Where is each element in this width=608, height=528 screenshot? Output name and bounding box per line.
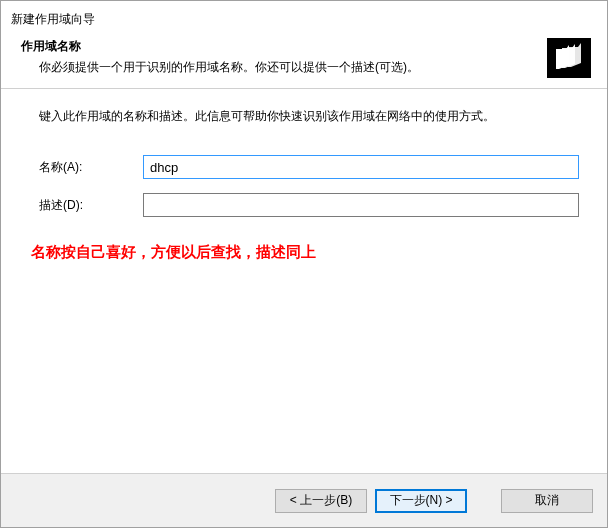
wizard-window: 新建作用域向导 作用域名称 你必须提供一个用于识别的作用域名称。你还可以提供一个… bbox=[0, 0, 608, 528]
header-title: 作用域名称 bbox=[21, 38, 537, 55]
annotation-text: 名称按自己喜好，方便以后查找，描述同上 bbox=[31, 243, 579, 262]
wizard-footer: < 上一步(B) 下一步(N) > 取消 bbox=[1, 473, 607, 527]
back-button[interactable]: < 上一步(B) bbox=[275, 489, 367, 513]
wizard-content: 键入此作用域的名称和描述。此信息可帮助你快速识别该作用域在网络中的使用方式。 名… bbox=[1, 90, 607, 473]
window-title: 新建作用域向导 bbox=[11, 11, 597, 28]
header-subtitle: 你必须提供一个用于识别的作用域名称。你还可以提供一个描述(可选)。 bbox=[39, 59, 537, 76]
description-row: 描述(D): bbox=[39, 193, 579, 217]
wizard-header: 作用域名称 你必须提供一个用于识别的作用域名称。你还可以提供一个描述(可选)。 bbox=[1, 30, 607, 88]
description-label: 描述(D): bbox=[39, 197, 143, 214]
next-button[interactable]: 下一步(N) > bbox=[375, 489, 467, 513]
name-label: 名称(A): bbox=[39, 159, 143, 176]
description-input[interactable] bbox=[143, 193, 579, 217]
files-icon bbox=[547, 38, 591, 78]
header-text: 作用域名称 你必须提供一个用于识别的作用域名称。你还可以提供一个描述(可选)。 bbox=[21, 38, 537, 76]
cancel-button[interactable]: 取消 bbox=[501, 489, 593, 513]
title-area: 新建作用域向导 bbox=[1, 1, 607, 30]
name-row: 名称(A): bbox=[39, 155, 579, 179]
intro-text: 键入此作用域的名称和描述。此信息可帮助你快速识别该作用域在网络中的使用方式。 bbox=[39, 108, 579, 125]
name-input[interactable] bbox=[143, 155, 579, 179]
